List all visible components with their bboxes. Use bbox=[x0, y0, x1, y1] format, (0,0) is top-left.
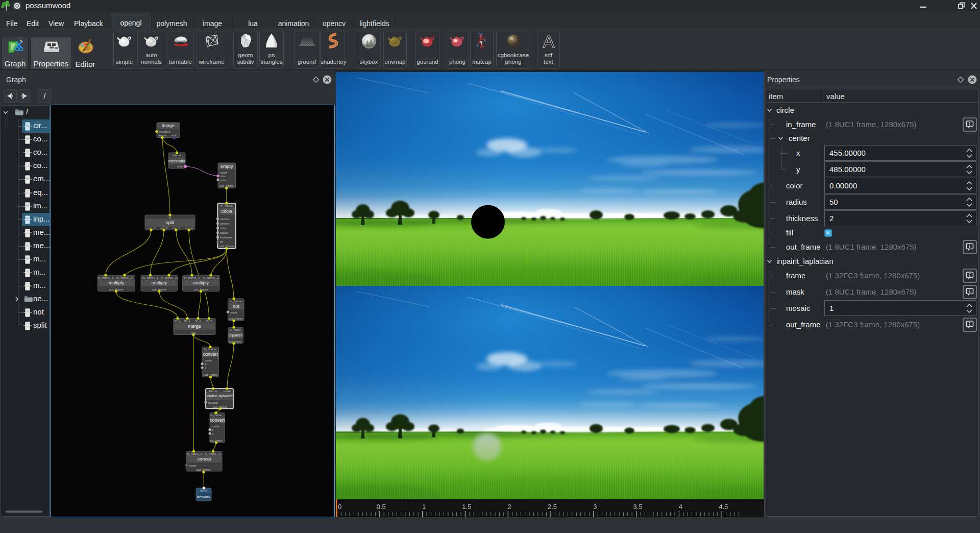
svg-text:color: color bbox=[220, 179, 227, 182]
svg-text:split: split bbox=[166, 220, 175, 225]
svg-text:image: image bbox=[162, 123, 175, 128]
svg-text:multiply: multiply bbox=[109, 280, 125, 285]
svg-text:0.5: 0.5 bbox=[377, 503, 386, 511]
svg-text:in_frame: in_frame bbox=[230, 299, 242, 303]
svg-text:2.5: 2.5 bbox=[548, 503, 557, 511]
svg-text:circle: circle bbox=[222, 209, 232, 214]
svg-text:not: not bbox=[233, 304, 239, 309]
svg-text:mode: mode bbox=[220, 171, 228, 174]
svg-text:multiply: multiply bbox=[151, 280, 167, 285]
svg-text:size: size bbox=[177, 164, 183, 168]
svg-text:fill: fill bbox=[220, 240, 223, 244]
svg-text:A: A bbox=[543, 33, 554, 51]
svg-text:concat: concat bbox=[198, 456, 211, 462]
svg-text:3.5: 3.5 bbox=[633, 503, 643, 511]
svg-text:4: 4 bbox=[679, 503, 682, 511]
svg-text:network: network bbox=[197, 495, 211, 499]
svg-text:in_frame: in_frame bbox=[230, 328, 240, 331]
svg-text:multiply: multiply bbox=[193, 280, 209, 285]
svg-text:empty: empty bbox=[220, 164, 233, 169]
svg-text:radius: radius bbox=[220, 231, 228, 234]
svg-text:metadata: metadata bbox=[168, 159, 186, 163]
svg-text:size: size bbox=[220, 175, 225, 178]
svg-text:thickness: thickness bbox=[220, 236, 232, 239]
svg-text:equalize: equalize bbox=[229, 333, 243, 337]
svg-text:convert: convert bbox=[210, 418, 225, 423]
svg-text:inpaint_laplacian: inpaint_laplacian bbox=[207, 394, 233, 398]
svg-text:out_frame: out_frame bbox=[229, 340, 242, 343]
svg-text:color: color bbox=[220, 227, 227, 230]
svg-text:filename: filename bbox=[159, 130, 170, 133]
svg-text:mode: mode bbox=[212, 425, 219, 428]
svg-text:centerx: centerx bbox=[220, 217, 230, 221]
svg-text:4.5: 4.5 bbox=[719, 503, 728, 511]
svg-text:b: b bbox=[212, 432, 213, 435]
svg-text:1.5: 1.5 bbox=[462, 503, 471, 511]
svg-text:0: 0 bbox=[338, 503, 341, 511]
svg-text:1: 1 bbox=[422, 503, 426, 511]
svg-text:out_frame: out_frame bbox=[197, 468, 211, 471]
svg-text:mode: mode bbox=[205, 359, 212, 362]
svg-text:convert: convert bbox=[203, 352, 218, 357]
svg-text:mode: mode bbox=[189, 464, 197, 467]
svg-text:mosaic: mosaic bbox=[208, 401, 217, 404]
svg-text:mask: mask bbox=[230, 311, 237, 314]
svg-text:3: 3 bbox=[593, 503, 597, 511]
svg-text:b: b bbox=[205, 367, 206, 370]
svg-text:merge: merge bbox=[188, 324, 201, 329]
svg-text:2: 2 bbox=[508, 503, 511, 511]
svg-text:out_frame: out_frame bbox=[229, 317, 243, 320]
svg-text:centery: centery bbox=[220, 222, 230, 225]
